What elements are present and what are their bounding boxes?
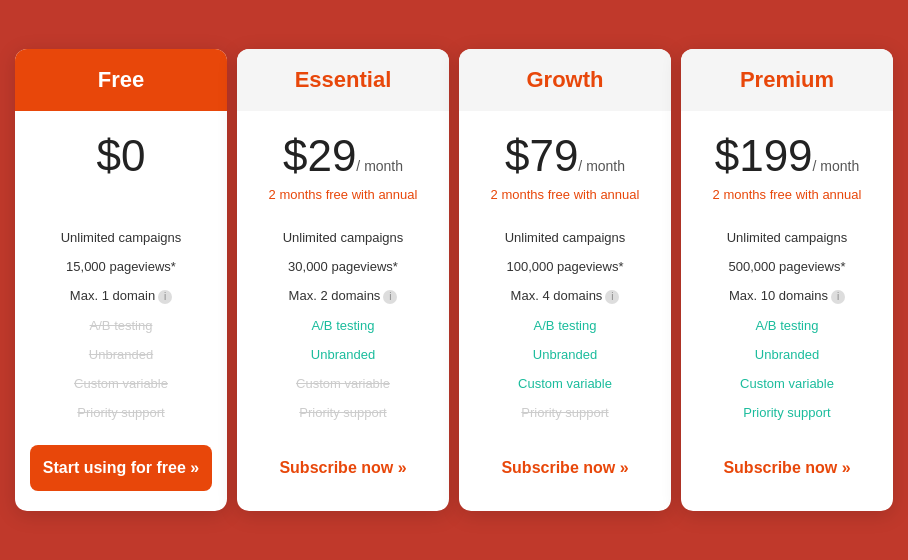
feature-item-premium-2: Max. 10 domainsi — [696, 281, 878, 311]
plan-header-free: Free — [15, 49, 227, 111]
feature-item-free-3: A/B testing — [30, 311, 212, 340]
price-amount-essential: $29 — [283, 131, 356, 180]
cta-button-free[interactable]: Start using for free » — [30, 445, 212, 491]
pricing-container: Free$0Unlimited campaigns15,000 pageview… — [10, 49, 898, 511]
plan-name-free: Free — [98, 67, 144, 92]
feature-item-essential-5: Custom variable — [252, 369, 434, 398]
info-icon-essential-2[interactable]: i — [383, 290, 397, 304]
feature-item-growth-4: Unbranded — [474, 340, 656, 369]
features-list-essential: Unlimited campaigns30,000 pageviews*Max.… — [252, 223, 434, 427]
plan-card-free: Free$0Unlimited campaigns15,000 pageview… — [15, 49, 227, 511]
plan-body-premium: $199/ month2 months free with annualUnli… — [681, 111, 893, 511]
feature-item-premium-1: 500,000 pageviews* — [696, 252, 878, 281]
price-period-premium: / month — [813, 158, 860, 174]
features-list-free: Unlimited campaigns15,000 pageviews*Max.… — [30, 223, 212, 427]
feature-item-growth-0: Unlimited campaigns — [474, 223, 656, 252]
annual-note-premium: 2 months free with annual — [696, 187, 878, 205]
plan-name-essential: Essential — [295, 67, 392, 92]
plan-card-premium: Premium$199/ month2 months free with ann… — [681, 49, 893, 511]
price-period-growth: / month — [578, 158, 625, 174]
feature-item-free-2: Max. 1 domaini — [30, 281, 212, 311]
feature-item-growth-5: Custom variable — [474, 369, 656, 398]
feature-item-essential-1: 30,000 pageviews* — [252, 252, 434, 281]
plan-header-growth: Growth — [459, 49, 671, 111]
feature-item-essential-0: Unlimited campaigns — [252, 223, 434, 252]
feature-item-free-0: Unlimited campaigns — [30, 223, 212, 252]
price-amount-growth: $79 — [505, 131, 578, 180]
features-list-growth: Unlimited campaigns100,000 pageviews*Max… — [474, 223, 656, 427]
feature-item-growth-2: Max. 4 domainsi — [474, 281, 656, 311]
price-period-essential: / month — [356, 158, 403, 174]
price-row-growth: $79/ month — [474, 131, 656, 181]
feature-item-growth-6: Priority support — [474, 398, 656, 427]
feature-item-essential-4: Unbranded — [252, 340, 434, 369]
plan-header-essential: Essential — [237, 49, 449, 111]
price-amount-premium: $199 — [715, 131, 813, 180]
plan-body-essential: $29/ month2 months free with annualUnlim… — [237, 111, 449, 511]
feature-item-premium-0: Unlimited campaigns — [696, 223, 878, 252]
price-row-free: $0 — [30, 131, 212, 181]
feature-item-growth-1: 100,000 pageviews* — [474, 252, 656, 281]
plan-card-essential: Essential$29/ month2 months free with an… — [237, 49, 449, 511]
features-list-premium: Unlimited campaigns500,000 pageviews*Max… — [696, 223, 878, 427]
feature-item-free-6: Priority support — [30, 398, 212, 427]
plan-body-free: $0Unlimited campaigns15,000 pageviews*Ma… — [15, 111, 227, 511]
info-icon-premium-2[interactable]: i — [831, 290, 845, 304]
info-icon-free-2[interactable]: i — [158, 290, 172, 304]
feature-item-premium-6: Priority support — [696, 398, 878, 427]
plan-name-premium: Premium — [740, 67, 834, 92]
cta-button-growth[interactable]: Subscribe now » — [474, 445, 656, 491]
cta-button-essential[interactable]: Subscribe now » — [252, 445, 434, 491]
cta-button-premium[interactable]: Subscribe now » — [696, 445, 878, 491]
feature-item-free-4: Unbranded — [30, 340, 212, 369]
feature-item-free-5: Custom variable — [30, 369, 212, 398]
plan-body-growth: $79/ month2 months free with annualUnlim… — [459, 111, 671, 511]
feature-item-essential-3: A/B testing — [252, 311, 434, 340]
annual-note-free — [30, 187, 212, 205]
feature-item-premium-3: A/B testing — [696, 311, 878, 340]
plan-name-growth: Growth — [527, 67, 604, 92]
annual-note-essential: 2 months free with annual — [252, 187, 434, 205]
plan-header-premium: Premium — [681, 49, 893, 111]
feature-item-essential-2: Max. 2 domainsi — [252, 281, 434, 311]
info-icon-growth-2[interactable]: i — [605, 290, 619, 304]
price-row-essential: $29/ month — [252, 131, 434, 181]
feature-item-growth-3: A/B testing — [474, 311, 656, 340]
price-amount-free: $0 — [97, 131, 146, 180]
price-row-premium: $199/ month — [696, 131, 878, 181]
annual-note-growth: 2 months free with annual — [474, 187, 656, 205]
feature-item-essential-6: Priority support — [252, 398, 434, 427]
feature-item-premium-4: Unbranded — [696, 340, 878, 369]
plan-card-growth: Growth$79/ month2 months free with annua… — [459, 49, 671, 511]
feature-item-premium-5: Custom variable — [696, 369, 878, 398]
feature-item-free-1: 15,000 pageviews* — [30, 252, 212, 281]
